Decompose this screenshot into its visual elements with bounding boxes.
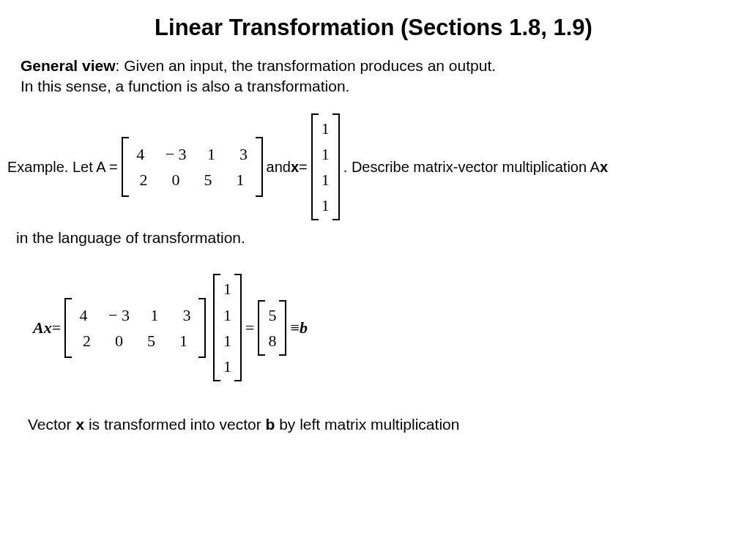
vector-cell: 8 (268, 328, 276, 354)
describe-text: . Describe matrix-vector multiplication … (343, 159, 600, 176)
vector-cell: 1 (322, 167, 330, 193)
eq-equals1: = (52, 318, 61, 337)
matrix-cell: 2 (136, 167, 151, 193)
vector-x: 1 1 1 1 (311, 112, 340, 223)
eq-equals2: = (245, 318, 254, 337)
general-view-text1: : Given an input, the transformation pro… (116, 57, 496, 74)
eq-b: b (300, 318, 308, 337)
matrix-cell: 1 (176, 328, 191, 354)
general-view-label: General view (21, 57, 116, 74)
vector-cell: 1 (322, 141, 330, 167)
eq-x: x (44, 318, 52, 337)
vector-cell: 1 (223, 302, 231, 328)
matrix-a-eq: 4 − 3 1 3 2 0 5 1 (64, 296, 206, 359)
matrix-cell: 1 (147, 302, 162, 328)
vector-cell: 1 (322, 193, 330, 218)
vector-cell: 1 (322, 116, 330, 141)
matrix-cell: 0 (112, 328, 127, 354)
general-view-text2: In this sense, a function is also a tran… (21, 78, 349, 94)
vector-cell: 5 (268, 302, 276, 328)
language-text: in the language of transformation. (16, 229, 740, 247)
general-view-paragraph: General view: Given an input, the transf… (21, 56, 740, 97)
matrix-cell: 3 (179, 302, 194, 328)
vector-cell: 1 (223, 354, 231, 379)
matrix-cell: 4 (76, 302, 91, 328)
matrix-cell: 1 (233, 167, 248, 193)
matrix-cell: 4 (133, 141, 148, 167)
example-prefix: Example. Let A = (7, 159, 118, 176)
matrix-cell: − 3 (108, 302, 130, 328)
conclusion-text: Vector x is transformed into vector b by… (28, 416, 740, 433)
matrix-cell: − 3 (166, 141, 187, 167)
vector-cell: 1 (223, 328, 231, 354)
matrix-a: 4 − 3 1 3 2 0 5 1 (122, 135, 263, 198)
conclusion-x: x (75, 416, 84, 433)
matrix-cell: 1 (204, 141, 219, 167)
vector-cell: 1 (223, 276, 231, 302)
matrix-cell: 5 (201, 167, 215, 193)
equals-text: = (299, 159, 308, 176)
matrix-cell: 3 (237, 141, 251, 167)
vector-x-eq: 1 1 1 1 (213, 272, 242, 383)
page-title: Linear Transformation (Sections 1.8, 1.9… (7, 15, 740, 41)
matrix-cell: 5 (144, 328, 159, 354)
example-row: Example. Let A = 4 − 3 1 3 2 0 5 1 and x… (7, 112, 740, 223)
matrix-cell: 2 (80, 328, 94, 354)
matrix-cell: 0 (168, 167, 183, 193)
and-text: and (267, 159, 291, 176)
x-label: x (291, 159, 299, 176)
x-label-2: x (600, 159, 608, 176)
equation-row: Ax = 4 − 3 1 3 2 0 5 1 1 1 1 1 (33, 272, 740, 383)
eq-A: A (33, 318, 44, 337)
conclusion-post: by left matrix multiplication (275, 416, 459, 433)
vector-b: 5 8 (258, 299, 286, 357)
conclusion-b: b (266, 416, 275, 433)
eq-equiv: ≡ (290, 318, 299, 337)
conclusion-pre: Vector (28, 416, 75, 433)
conclusion-mid: is transformed into vector (84, 416, 265, 433)
